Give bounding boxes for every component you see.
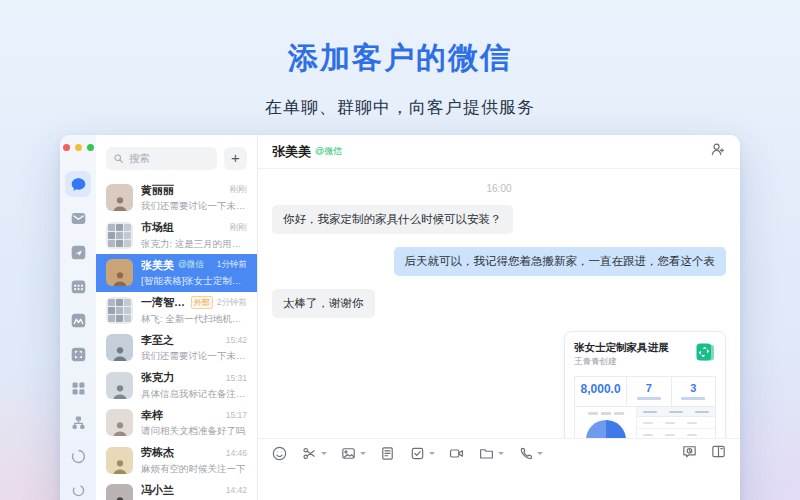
folder-icon — [478, 445, 495, 462]
calendar-icon — [70, 278, 87, 295]
smart-table-icon — [694, 341, 716, 363]
nav-app-ring[interactable] — [65, 443, 91, 469]
add-member-button[interactable] — [709, 141, 726, 162]
chat-list-panel: 搜索 + 黄丽丽 刚刚 我们还需要讨论一下未来的... 市场组 刚刚 — [96, 135, 258, 500]
card-charts — [574, 407, 716, 438]
message-input[interactable] — [258, 468, 740, 500]
page-subtitle: 在单聊、群聊中，向客户提供服务 — [0, 96, 800, 119]
message-row: 你好，我家定制的家具什么时候可以安装？ — [272, 205, 726, 234]
file-button[interactable] — [379, 445, 396, 462]
close-window-button[interactable] — [63, 144, 70, 151]
chat-history-button[interactable] — [681, 443, 698, 464]
dropdown-caret — [498, 452, 504, 455]
app-window: 搜索 + 黄丽丽 刚刚 我们还需要讨论一下未来的... 市场组 刚刚 — [60, 135, 740, 500]
message-row: 后天就可以，我记得您着急搬新家，一直在跟进，您看这个表 — [272, 247, 726, 276]
avatar — [106, 334, 133, 361]
add-chat-button[interactable]: + — [224, 147, 247, 170]
pie-chart-panel — [575, 407, 637, 438]
dropdown-caret — [360, 452, 366, 455]
left-rail — [60, 135, 96, 500]
stat-value: 8,000.0 — [577, 382, 624, 396]
timestamp: 16:00 — [272, 183, 726, 194]
app-swirl-icon — [70, 482, 87, 499]
image-icon — [340, 445, 357, 462]
message-row: 太棒了，谢谢你 — [272, 289, 726, 318]
nav-docs[interactable] — [65, 239, 91, 265]
search-row: 搜索 + — [96, 135, 257, 179]
nav-workbench[interactable] — [65, 375, 91, 401]
image-button[interactable] — [340, 445, 366, 462]
screenshot-button[interactable] — [301, 445, 327, 462]
smart-table-card[interactable]: 张女士定制家具进展 王青青创建 8,000.0 7 3 — [564, 331, 726, 438]
dropdown-caret — [321, 452, 327, 455]
message-row: 张女士定制家具进展 王青青创建 8,000.0 7 3 — [272, 331, 726, 438]
message-bubble-left: 你好，我家定制的家具什么时候可以安装？ — [272, 205, 513, 234]
mini-table-panel — [637, 407, 715, 438]
chat-list: 黄丽丽 刚刚 我们还需要讨论一下未来的... 市场组 刚刚 张克力: 这是三月的… — [96, 179, 257, 500]
search-icon — [113, 153, 124, 164]
group-avatar — [106, 222, 133, 249]
avatar — [106, 184, 133, 211]
voice-call-button[interactable] — [517, 445, 543, 462]
meeting-icon — [70, 312, 87, 329]
chat-header: 张美美 @微信 — [258, 135, 740, 169]
nav-calendar[interactable] — [65, 273, 91, 299]
nav-mail[interactable] — [65, 205, 91, 231]
rail-nav — [65, 171, 91, 500]
message-bubble-left: 太棒了，谢谢你 — [272, 289, 375, 318]
workbench-icon — [70, 380, 87, 397]
wechat-badge: @微信 — [315, 145, 342, 158]
list-item[interactable]: 冯小兰 14:42 我有点做不完了 — [96, 479, 257, 500]
video-camera-icon — [448, 445, 465, 462]
card-title: 张女士定制家具进展 — [574, 341, 669, 354]
nav-app-swirl[interactable] — [65, 477, 91, 500]
emoji-button[interactable] — [271, 445, 288, 462]
list-item[interactable]: 李至之 15:42 我们还需要讨论一下未来... — [96, 329, 257, 367]
doc-send-icon — [70, 244, 87, 261]
phone-icon — [517, 445, 534, 462]
org-chart-icon — [70, 414, 87, 431]
video-call-button[interactable] — [448, 445, 465, 462]
list-item[interactable]: 劳栋杰 14:46 麻烦有空的时候关注一下 — [96, 442, 257, 480]
split-view-icon — [710, 443, 727, 460]
hero: 添加客户的微信 在单聊、群聊中，向客户提供服务 — [0, 0, 800, 119]
search-placeholder: 搜索 — [129, 152, 150, 166]
todo-check-icon — [409, 445, 426, 462]
nav-contacts[interactable] — [65, 409, 91, 435]
list-item[interactable]: 张克力 15:31 具体信息我标记在备注里了 — [96, 367, 257, 405]
chat-bubble-icon — [70, 176, 87, 193]
message-area: 16:00 你好，我家定制的家具什么时候可以安装？ 后天就可以，我记得您着急搬新… — [258, 169, 740, 438]
external-tag: 外部 — [191, 296, 213, 309]
list-item[interactable]: 幸梓 15:17 请问相关文档准备好了吗 — [96, 404, 257, 442]
zoom-window-button[interactable] — [87, 144, 94, 151]
nav-screen-share[interactable] — [65, 341, 91, 367]
page-title: 添加客户的微信 — [0, 38, 800, 79]
avatar — [106, 259, 133, 286]
scissors-icon — [301, 445, 318, 462]
card-stats: 8,000.0 7 3 — [574, 376, 716, 407]
list-item[interactable]: 一湾智能生活群-天河店 外部 2分钟前 林飞: 全新一代扫地机器... — [96, 292, 257, 330]
stat-value: 7 — [629, 382, 668, 394]
minimize-window-button[interactable] — [75, 144, 82, 151]
list-item[interactable]: 黄丽丽 刚刚 我们还需要讨论一下未来的... — [96, 179, 257, 217]
dropdown-caret — [429, 452, 435, 455]
chat-title: 张美美 — [272, 143, 311, 161]
wechat-badge: @微信 — [178, 259, 204, 271]
emoji-icon — [271, 445, 288, 462]
window-controls — [63, 144, 94, 151]
list-item[interactable]: 市场组 刚刚 张克力: 这是三月的用户反... — [96, 217, 257, 255]
todo-button[interactable] — [409, 445, 435, 462]
split-view-button[interactable] — [710, 443, 727, 464]
nav-chat[interactable] — [65, 171, 91, 197]
dropdown-caret — [537, 452, 543, 455]
chat-history-icon — [681, 443, 698, 460]
folder-button[interactable] — [478, 445, 504, 462]
avatar — [106, 372, 133, 399]
search-input[interactable]: 搜索 — [106, 147, 217, 170]
file-icon — [379, 445, 396, 462]
message-toolbar — [258, 438, 740, 468]
nav-meeting[interactable] — [65, 307, 91, 333]
conversation-panel: 张美美 @微信 16:00 你好，我家定制的家具什么时候可以安装？ 后天就可以，… — [258, 135, 740, 500]
stat-value: 3 — [674, 382, 713, 394]
list-item-selected[interactable]: 张美美 @微信 1分钟前 [智能表格]张女士定制家... — [96, 254, 257, 292]
